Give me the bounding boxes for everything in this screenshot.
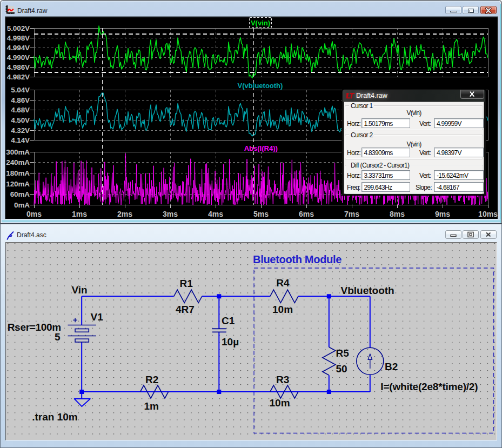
- svg-text:4.998V: 4.998V: [7, 34, 30, 42]
- svg-text:Vbluetooth: Vbluetooth: [341, 285, 394, 296]
- svg-text:2ms: 2ms: [117, 210, 132, 218]
- svg-text:4.994V: 4.994V: [7, 44, 30, 52]
- svg-text:4.32V: 4.32V: [11, 126, 30, 135]
- svg-text:4ms: 4ms: [208, 210, 223, 218]
- svg-text:5ms: 5ms: [253, 210, 269, 218]
- svg-text:V(vbluetooth): V(vbluetooth): [238, 82, 283, 90]
- svg-text:4.986V: 4.986V: [7, 63, 30, 71]
- svg-text:5: 5: [55, 331, 61, 343]
- svg-text:1ms: 1ms: [72, 210, 87, 218]
- svg-text:4.68V: 4.68V: [11, 106, 30, 114]
- svg-text:5.002V: 5.002V: [7, 24, 30, 32]
- svg-text:R2: R2: [145, 374, 158, 385]
- svg-text:3ms: 3ms: [163, 210, 178, 218]
- svg-text:Bluetooth Module: Bluetooth Module: [253, 253, 342, 265]
- svg-text:V(vin): V(vin): [251, 19, 270, 27]
- svg-text:4.982V: 4.982V: [7, 73, 30, 81]
- svg-text:0mA: 0mA: [14, 201, 30, 209]
- svg-text:R3: R3: [276, 374, 289, 385]
- svg-text:R5: R5: [336, 347, 350, 359]
- svg-text:120mA: 120mA: [6, 180, 30, 188]
- svg-text:C1: C1: [222, 315, 235, 326]
- svg-text:9ms: 9ms: [435, 210, 450, 218]
- svg-text:V1: V1: [91, 311, 104, 323]
- svg-text:4.14V: 4.14V: [11, 136, 30, 144]
- svg-text:60mA: 60mA: [10, 190, 30, 198]
- svg-text:Vin: Vin: [72, 284, 88, 296]
- svg-text:5.04V: 5.04V: [11, 86, 30, 94]
- svg-text:0ms: 0ms: [26, 210, 42, 218]
- svg-text:180mA: 180mA: [6, 169, 30, 177]
- svg-text:I=(white(2e8*time)/2): I=(white(2e8*time)/2): [380, 381, 478, 392]
- svg-text:4R7: 4R7: [176, 304, 195, 315]
- svg-text:10m: 10m: [270, 397, 290, 409]
- svg-text:Abs(I(R4)): Abs(I(R4)): [244, 144, 278, 152]
- svg-text:Rser=100m: Rser=100m: [8, 322, 61, 333]
- svg-text:1m: 1m: [144, 400, 159, 412]
- svg-text:300mA: 300mA: [6, 148, 30, 156]
- svg-text:4.50V: 4.50V: [11, 116, 30, 124]
- svg-text:4.990V: 4.990V: [7, 54, 30, 62]
- svg-text:10µ: 10µ: [222, 336, 239, 347]
- svg-text:.tran 10m: .tran 10m: [32, 411, 77, 423]
- svg-text:10ms: 10ms: [478, 210, 498, 218]
- svg-text:10m: 10m: [272, 304, 293, 315]
- svg-text:240mA: 240mA: [6, 158, 30, 166]
- svg-text:7ms: 7ms: [344, 210, 359, 218]
- svg-text:R1: R1: [180, 278, 193, 289]
- svg-text:B2: B2: [385, 361, 398, 372]
- svg-text:50: 50: [336, 363, 347, 375]
- svg-text:R4: R4: [276, 277, 290, 289]
- svg-text:4.86V: 4.86V: [11, 96, 30, 104]
- svg-text:8ms: 8ms: [390, 210, 405, 218]
- svg-text:6ms: 6ms: [299, 210, 314, 218]
